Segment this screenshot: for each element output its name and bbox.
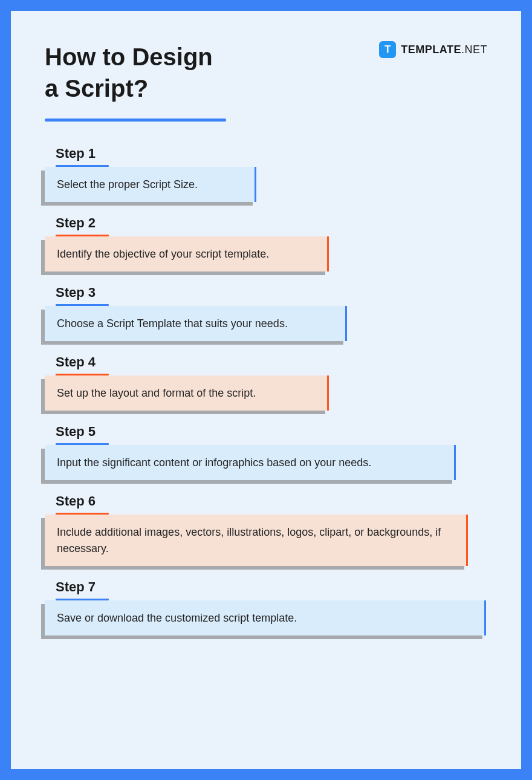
step-text: Set up the layout and format of the scri… <box>57 387 256 399</box>
title-block: How to Design a Script? <box>45 41 226 122</box>
title-line-2: a Script? <box>45 75 148 102</box>
step-box: Include additional images, vectors, illu… <box>45 515 468 565</box>
step-box-wrap: Set up the layout and format of the scri… <box>45 375 329 411</box>
step-label: Step 4 <box>45 354 487 374</box>
step-box: Save or download the customized script t… <box>45 600 486 635</box>
step-text: Select the proper Script Size. <box>57 178 198 190</box>
step-item: Step 4 Set up the layout and format of t… <box>45 354 487 411</box>
step-label: Step 6 <box>45 493 487 513</box>
step-label: Step 2 <box>45 215 487 235</box>
step-item: Step 3 Choose a Script Template that sui… <box>45 285 487 341</box>
step-item: Step 6 Include additional images, vector… <box>45 493 487 565</box>
page-title: How to Design a Script? <box>45 41 226 104</box>
title-underline <box>45 119 226 122</box>
step-item: Step 2 Identify the objective of your sc… <box>45 215 487 271</box>
step-box-wrap: Choose a Script Template that suits your… <box>45 306 347 341</box>
step-box-wrap: Input the significant content or infogra… <box>45 445 456 480</box>
step-text: Input the significant content or infogra… <box>57 457 371 469</box>
logo-icon: T <box>379 41 396 58</box>
step-box: Choose a Script Template that suits your… <box>45 306 347 341</box>
step-box: Input the significant content or infogra… <box>45 445 456 480</box>
page-container: How to Design a Script? T TEMPLATE.NET S… <box>11 11 521 769</box>
step-box-wrap: Save or download the customized script t… <box>45 600 486 635</box>
logo-icon-letter: T <box>384 44 391 56</box>
step-label: Step 3 <box>45 285 487 304</box>
step-label: Step 7 <box>45 579 487 599</box>
step-text: Include additional images, vectors, illu… <box>57 526 441 554</box>
brand-logo: T TEMPLATE.NET <box>379 41 487 58</box>
steps-list: Step 1 Select the proper Script Size. St… <box>45 146 487 635</box>
logo-text: TEMPLATE.NET <box>401 44 487 56</box>
step-box-wrap: Identify the objective of your script te… <box>45 236 329 271</box>
step-item: Step 1 Select the proper Script Size. <box>45 146 487 202</box>
step-text: Identify the objective of your script te… <box>57 248 269 260</box>
step-label: Step 1 <box>45 146 487 165</box>
step-label: Step 5 <box>45 424 487 443</box>
step-text: Save or download the customized script t… <box>57 612 297 624</box>
step-box: Identify the objective of your script te… <box>45 236 329 271</box>
step-box: Select the proper Script Size. <box>45 167 256 202</box>
title-line-1: How to Design <box>45 44 213 70</box>
step-item: Step 7 Save or download the customized s… <box>45 579 487 635</box>
logo-light: .NET <box>461 44 487 56</box>
header: How to Design a Script? T TEMPLATE.NET <box>45 41 487 122</box>
step-box: Set up the layout and format of the scri… <box>45 375 329 411</box>
step-text: Choose a Script Template that suits your… <box>57 317 288 330</box>
step-box-wrap: Select the proper Script Size. <box>45 167 256 202</box>
step-box-wrap: Include additional images, vectors, illu… <box>45 515 468 565</box>
logo-bold: TEMPLATE <box>401 44 461 56</box>
step-item: Step 5 Input the significant content or … <box>45 424 487 480</box>
